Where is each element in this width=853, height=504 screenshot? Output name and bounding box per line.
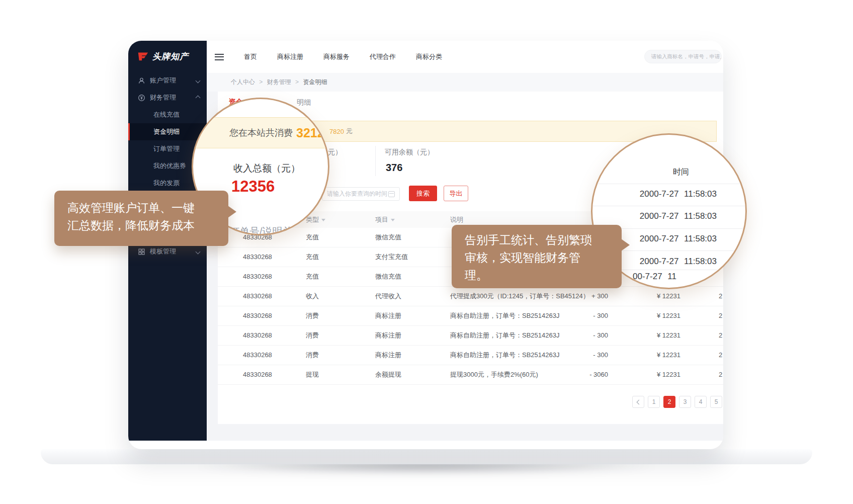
cell-type: 消费 xyxy=(306,346,352,365)
cell-type: 提现 xyxy=(306,365,352,384)
cell-order: 48330268 xyxy=(243,287,299,306)
breadcrumb: 个人中心 > 财务管理 > 资金明细 xyxy=(207,73,723,92)
calendar-icon xyxy=(388,191,395,197)
cell-project: 商标注册 xyxy=(375,346,442,365)
cell-type: 充值 xyxy=(306,267,352,286)
cell-amount: + 300 xyxy=(565,287,608,306)
cell-amount: - 300 xyxy=(565,346,608,365)
callout-left: 高效管理账户订单、一键汇总数据，降低财务成本 xyxy=(54,191,228,246)
pagination-page-3[interactable]: 3 xyxy=(679,396,691,408)
cell-order: 48330268 xyxy=(243,326,299,345)
template-icon xyxy=(138,248,145,256)
cell-amount: - 3060 xyxy=(565,365,608,384)
consumption-rest-value: 7820 xyxy=(329,128,344,135)
stat-balance-label: 可用余额（元） xyxy=(385,148,434,157)
nav-item[interactable]: 商标分类 xyxy=(416,52,442,61)
cell-type: 消费 xyxy=(306,326,352,345)
sidebar-item-finance[interactable]: 财务管理 xyxy=(128,89,207,106)
brand-name: 头牌知产 xyxy=(152,51,189,62)
magnified-time-partial: 00-7-27 11 xyxy=(633,272,676,282)
cell-order: 48330268 xyxy=(243,346,299,365)
magnified-income-label: 收入总额（元） xyxy=(233,162,300,175)
sort-caret-icon xyxy=(391,219,395,221)
sidebar-subitem[interactable]: 在线充值 xyxy=(128,106,207,123)
cell-order: 48330268 xyxy=(243,247,299,267)
chevron-down-icon xyxy=(196,249,201,254)
hamburger-menu-icon[interactable] xyxy=(215,54,224,60)
nav-item[interactable]: 代理合作 xyxy=(370,52,396,61)
sidebar-item-account[interactable]: 账户管理 xyxy=(128,72,207,89)
column-header-project[interactable]: 项目 xyxy=(375,211,442,228)
stat-balance-value: 376 xyxy=(386,162,402,174)
trademark-search-input[interactable]: 请输入商标名，申请号，申请人 xyxy=(644,50,722,63)
cell-time: 2 xyxy=(719,287,723,306)
cell-order: 48330268 xyxy=(243,365,299,384)
export-button[interactable]: 导出 xyxy=(444,186,468,201)
breadcrumb-item[interactable]: 个人中心 xyxy=(231,78,255,86)
pagination-page-2[interactable]: 2 xyxy=(663,396,675,408)
sort-caret-icon xyxy=(321,219,325,221)
cell-amount: - 300 xyxy=(565,306,608,325)
tab-other-fragment[interactable]: 明细 xyxy=(297,98,311,107)
breadcrumb-separator: > xyxy=(295,78,299,86)
laptop-base xyxy=(41,449,812,464)
nav-item[interactable]: 商标服务 xyxy=(323,52,350,61)
cell-balance: ¥ 12231 xyxy=(634,306,680,325)
cell-project: 微信充值 xyxy=(375,228,442,247)
table-row: 48330268消费商标注册商标自助注册，订单号：SB2514263J- 300… xyxy=(218,326,723,346)
cell-order: 48330268 xyxy=(243,267,299,286)
cell-type: 充值 xyxy=(306,228,352,247)
brand-logo-icon xyxy=(137,50,149,62)
breadcrumb-separator: > xyxy=(259,78,263,86)
pagination-page-4[interactable]: 4 xyxy=(695,396,707,408)
magnified-banner-prefix: 您在本站共消费 xyxy=(229,127,293,139)
date-query-input[interactable]: 请输入你要查询的时间 xyxy=(322,187,400,201)
stat-divider xyxy=(375,146,376,176)
magnified-row-separator xyxy=(592,184,747,184)
cell-type: 充值 xyxy=(306,247,352,267)
topbar: 首页商标注册商标服务代理合作商标分类 请输入商标名，申请号，申请人 xyxy=(207,41,723,73)
magnified-time-value: 2000-7-27 11:58:03 xyxy=(640,257,717,267)
nav-item[interactable]: 首页 xyxy=(244,52,257,61)
sidebar-item-label: 模板管理 xyxy=(150,247,192,256)
table-row: 48330268收入代理收入代理提成300元（ID:1245，订单号：SB451… xyxy=(218,287,723,306)
pagination-page-5[interactable]: 5 xyxy=(710,396,722,408)
cell-project: 支付宝充值 xyxy=(375,247,442,267)
topnav: 首页商标注册商标服务代理合作商标分类 xyxy=(244,52,442,61)
brand-logo: 头牌知产 xyxy=(128,41,207,72)
cell-project: 代理收入 xyxy=(375,287,442,306)
cell-project: 商标注册 xyxy=(375,326,442,345)
user-icon xyxy=(138,77,145,85)
cell-balance: ¥ 12231 xyxy=(634,365,680,384)
breadcrumb-item-current: 资金明细 xyxy=(303,78,327,86)
magnified-banner: 您在本站共消费 32124 xyxy=(193,117,329,148)
cell-project: 商标注册 xyxy=(375,306,442,325)
chevron-left-icon xyxy=(637,399,642,404)
cell-time: 2 xyxy=(719,306,723,325)
magnified-income-value: 12356 xyxy=(231,178,275,196)
pagination-page-1[interactable]: 1 xyxy=(648,396,660,408)
magnified-time-value: 2000-7-27 11:58:03 xyxy=(640,189,717,199)
magnified-time-header: 时间 xyxy=(673,167,689,178)
table-row: 48330268提现余额提现提现3000元，手续费2%(60元)- 3060¥ … xyxy=(218,365,723,385)
sidebar-subitem[interactable]: 资金明细 xyxy=(128,123,207,140)
pagination-prev-button[interactable] xyxy=(632,396,644,408)
nav-item[interactable]: 商标注册 xyxy=(277,52,303,61)
chevron-up-icon xyxy=(196,95,201,100)
cell-time: 2 xyxy=(719,346,723,365)
sidebar-item-label: 账户管理 xyxy=(150,76,192,85)
cell-type: 收入 xyxy=(306,287,352,306)
cell-amount: - 300 xyxy=(565,326,608,345)
cell-balance: ¥ 12231 xyxy=(634,346,680,365)
sidebar-item-label: 财务管理 xyxy=(150,93,192,102)
cell-balance: ¥ 12231 xyxy=(634,287,680,306)
consumption-unit: 元 xyxy=(346,127,353,136)
column-header-type[interactable]: 类型 xyxy=(306,211,352,228)
breadcrumb-item[interactable]: 财务管理 xyxy=(267,78,291,86)
cell-time: 2 xyxy=(719,365,723,384)
cell-project: 余额提现 xyxy=(375,365,442,384)
cell-order: 48330268 xyxy=(243,306,299,325)
callout-right: 告别手工统计、告别繁琐审核，实现智能财务管理。 xyxy=(452,225,622,288)
date-query-placeholder: 请输入你要查询的时间 xyxy=(327,190,387,198)
search-button[interactable]: 搜索 xyxy=(409,186,437,201)
